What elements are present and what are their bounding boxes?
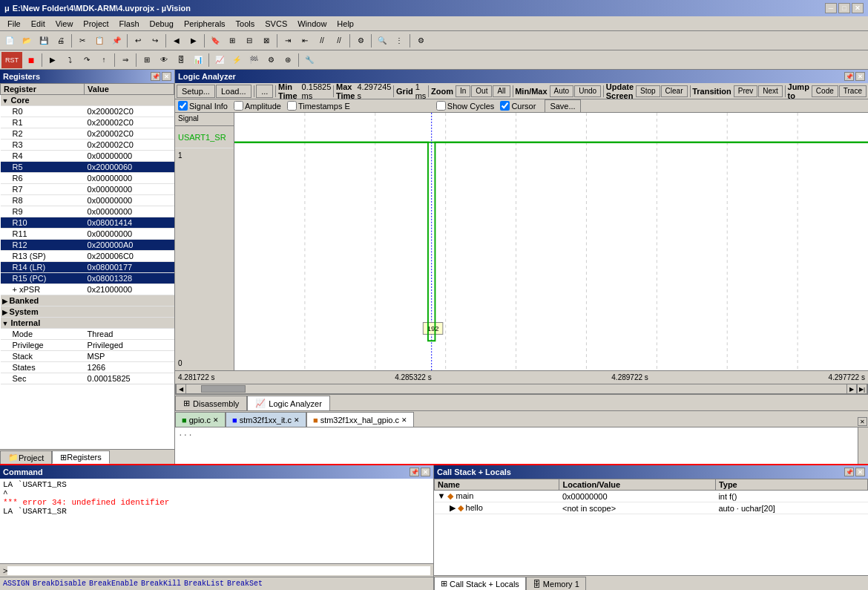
callstack-close-button[interactable]: ✕ — [855, 468, 865, 476]
table-row[interactable]: + xPSR 0x21000000 — [1, 284, 174, 295]
cmd-breakset[interactable]: BreakSet — [227, 580, 263, 588]
code-vertical-scrollbar[interactable] — [858, 427, 868, 464]
la-waveform-area[interactable]: 192 — [234, 113, 868, 370]
table-row[interactable]: R3 0x200002C0 — [1, 140, 174, 151]
la-pin-button[interactable]: 📌 — [844, 72, 854, 81]
la-close-button[interactable]: ✕ — [855, 72, 865, 81]
timestamps-checkbox[interactable] — [287, 101, 297, 111]
menu-peripherals[interactable]: Peripherals — [180, 19, 230, 29]
next-button[interactable]: Next — [758, 85, 783, 97]
zoom-all-button[interactable]: All — [493, 85, 510, 97]
stm32f1xx-it-close[interactable]: ✕ — [294, 416, 300, 424]
save-button[interactable]: 💾 — [36, 33, 52, 49]
tab-logic-analyzer[interactable]: 📈 Logic Analyzer — [247, 396, 330, 410]
cmd-breakdisable[interactable]: BreakDisable — [33, 580, 86, 588]
logic-btn[interactable]: 📈 — [211, 52, 228, 68]
table-row[interactable]: R10 0x08001414 — [1, 217, 174, 229]
signal-info-checkbox[interactable] — [178, 101, 188, 111]
scroll-right-button[interactable]: ▶ — [846, 384, 857, 394]
cmd-assign[interactable]: ASSIGN — [3, 580, 30, 588]
nav-fwd-button[interactable]: ▶ — [185, 33, 202, 49]
hal-gpio-close[interactable]: ✕ — [401, 416, 407, 424]
bookmark-clear[interactable]: ⊠ — [258, 33, 274, 49]
table-row[interactable]: R14 (LR) 0x08000177 — [1, 262, 174, 273]
table-row[interactable]: R1 0x200002C0 — [1, 117, 174, 128]
tab-stm32f1xx-hal-gpio[interactable]: ■ stm32f1xx_hal_gpio.c ✕ — [306, 412, 414, 427]
cmd-breaklist[interactable]: BreakList — [184, 580, 224, 588]
code-button[interactable]: Code — [812, 85, 838, 97]
cmd-breakenable[interactable]: BreakEnable — [89, 580, 138, 588]
menu-flash[interactable]: Flash — [115, 19, 144, 29]
table-row[interactable]: R11 0x00000000 — [1, 229, 174, 240]
source-tabs-close-button[interactable]: ✕ — [858, 417, 867, 426]
outdent-btn[interactable]: ⇤ — [297, 33, 313, 49]
rst-button[interactable]: RST — [1, 52, 22, 68]
table-row[interactable]: ▶ ◆ hello <not in scope> auto · uchar[20… — [435, 502, 868, 514]
stop-debug-button[interactable]: ■ — [23, 52, 39, 68]
redo-button[interactable]: ↪ — [147, 33, 163, 49]
tab-disassembly[interactable]: ⊞ Disassembly — [175, 396, 247, 410]
open-file-button[interactable]: 📂 — [19, 33, 35, 49]
la-save-button[interactable]: Save... — [545, 99, 580, 113]
stop-button[interactable]: Stop — [636, 85, 660, 97]
zoom-in-button[interactable]: In — [456, 85, 470, 97]
tab-gpio-c[interactable]: ■ gpio.c ✕ — [175, 412, 226, 427]
menu-debug[interactable]: Debug — [145, 19, 178, 29]
find-button[interactable]: 🔍 — [374, 33, 390, 49]
perf-btn[interactable]: 📊 — [190, 52, 206, 68]
menu-svcs[interactable]: SVCS — [260, 19, 292, 29]
menu-file[interactable]: File — [3, 19, 25, 29]
la-horizontal-scrollbar[interactable]: ◀ ▶ ▶| — [175, 384, 868, 394]
prev-button[interactable]: Prev — [734, 85, 758, 97]
menu-edit[interactable]: Edit — [27, 19, 50, 29]
table-row[interactable]: R13 (SP) 0x200006C0 — [1, 251, 174, 262]
command-input[interactable] — [7, 566, 430, 575]
scroll-end-button[interactable]: ▶| — [857, 384, 867, 394]
step-out-btn[interactable]: ↑ — [96, 52, 112, 68]
scroll-left-button[interactable]: ◀ — [176, 384, 186, 394]
minmax-auto-button[interactable]: Auto — [550, 85, 574, 97]
options-btn[interactable]: ⚙ — [412, 33, 429, 49]
trace-btn[interactable]: ⚡ — [228, 52, 245, 68]
scrollbar-track[interactable] — [186, 384, 846, 393]
build-target-btn[interactable]: ⚙ — [352, 33, 369, 49]
banked-expand[interactable]: ▶ — [2, 298, 7, 305]
table-row[interactable]: R12 0x200000A0 — [1, 240, 174, 251]
config-btn[interactable]: 🔧 — [301, 52, 318, 68]
table-row[interactable]: R8 0x00000000 — [1, 195, 174, 206]
mem-btn[interactable]: 🗄 — [173, 52, 189, 68]
la-load-button[interactable]: Load... — [216, 85, 251, 98]
maximize-button[interactable]: □ — [838, 3, 850, 13]
cut-button[interactable]: ✂ — [74, 33, 91, 49]
cmd-breakkill[interactable]: BreakKill — [141, 580, 181, 588]
bookmark-next[interactable]: ⊞ — [224, 33, 240, 49]
command-pin-button[interactable]: 📌 — [410, 468, 419, 476]
menu-help[interactable]: Help — [332, 19, 358, 29]
close-button[interactable]: ✕ — [852, 3, 864, 13]
tab-memory-1[interactable]: 🗄 Memory 1 — [526, 577, 586, 590]
table-row[interactable]: R9 0x00000000 — [1, 206, 174, 217]
minimize-button[interactable]: ─ — [825, 3, 837, 13]
system-btn[interactable]: ⚙ — [263, 52, 279, 68]
step-over-btn[interactable]: ↷ — [79, 52, 95, 68]
table-row[interactable]: R7 0x00000000 — [1, 184, 174, 195]
cursor-checkbox[interactable] — [500, 101, 510, 111]
indent-btn[interactable]: ⇥ — [280, 33, 296, 49]
menu-view[interactable]: View — [51, 19, 78, 29]
clear-button[interactable]: Clear — [661, 85, 688, 97]
tab-project[interactable]: 📁 Project — [0, 450, 52, 464]
tab-registers[interactable]: ⊞ Registers — [52, 450, 109, 464]
step-btn[interactable]: ⤵ — [62, 52, 78, 68]
search-btn2[interactable]: ⋮ — [391, 33, 407, 49]
bookmark-button[interactable]: 🔖 — [207, 33, 223, 49]
bookmark-prev[interactable]: ⊟ — [241, 33, 257, 49]
undo-button[interactable]: ↩ — [130, 33, 146, 49]
uncomment-btn[interactable]: // — [331, 33, 347, 49]
core-expand-icon[interactable]: ▼ — [2, 97, 9, 105]
la-setup-button[interactable]: Setup... — [177, 85, 215, 98]
tab-stm32f1xx-it[interactable]: ■ stm32f1xx_it.c ✕ — [226, 412, 306, 427]
coverage-btn[interactable]: 🏁 — [246, 52, 262, 68]
registers-close-button[interactable]: ✕ — [162, 72, 171, 81]
amplitude-checkbox[interactable] — [234, 101, 243, 111]
rtx-btn[interactable]: ⊛ — [280, 52, 296, 68]
